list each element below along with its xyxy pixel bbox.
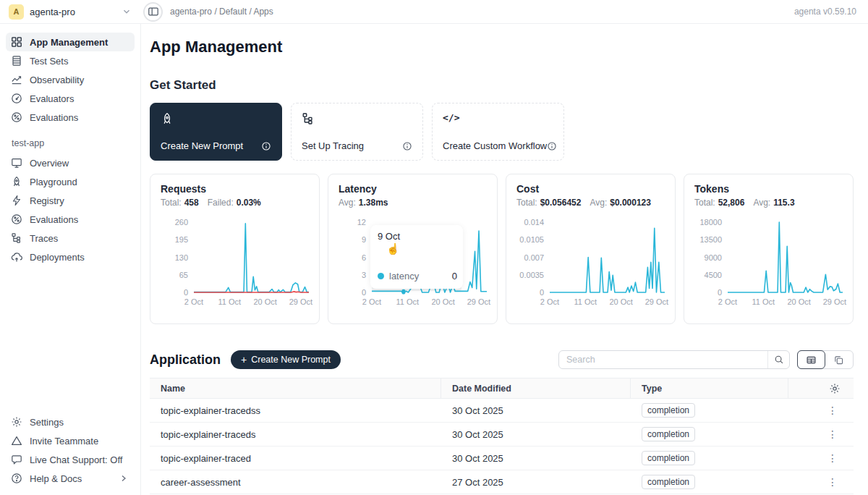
column-header-date-modified[interactable]: Date Modified	[441, 378, 631, 398]
y-axis-ticks: 260195130650	[161, 218, 194, 294]
percent-circle-icon	[11, 213, 22, 225]
search-icon[interactable]	[767, 351, 789, 368]
gauge-icon	[11, 93, 22, 104]
sidebar-item-overview[interactable]: Overview	[6, 153, 135, 172]
lightning-icon	[11, 195, 22, 206]
sidebar-item-observability[interactable]: Observability	[6, 70, 135, 89]
sidebar-item-evaluations[interactable]: Evaluations	[6, 108, 135, 127]
card-view-button[interactable]	[825, 351, 853, 368]
sidebar-item-label: Evaluations	[30, 214, 78, 225]
sidebar-item-settings[interactable]: Settings	[6, 412, 135, 431]
sidebar-item-test-sets[interactable]: Test Sets	[6, 51, 135, 70]
sidebar-item-traces[interactable]: Traces	[6, 229, 135, 248]
sidebar: App Management Test Sets Observability E…	[0, 24, 141, 495]
card-label: Create New Prompt	[161, 140, 243, 151]
sidebar-item-label: Deployments	[30, 252, 85, 263]
main-content: App Management Get Started Create New Pr…	[141, 24, 868, 495]
x-axis-ticks: 2 Oct11 Oct20 Oct29 Oct	[728, 297, 843, 307]
search-input[interactable]	[559, 355, 767, 365]
latency-chart-card: Latency Avg:1.38ms 129630 2 Oct11 Oct20 …	[328, 174, 498, 324]
workspace-avatar: A	[9, 4, 24, 20]
type-badge: completion	[642, 475, 695, 489]
column-settings-button[interactable]	[788, 378, 854, 398]
panel-left-icon	[148, 6, 159, 17]
chart-title: Latency	[339, 183, 487, 195]
rocket-icon	[11, 176, 22, 187]
sidebar-item-label: Traces	[30, 233, 58, 244]
type-badge: completion	[642, 451, 695, 465]
trace-tree-icon	[11, 232, 22, 244]
table-row[interactable]: career-assessment 27 Oct 2025 completion…	[150, 470, 854, 494]
tokens-chart-card: Tokens Total:52,806 Avg:115.3 1800013500…	[684, 174, 854, 324]
application-title: Application	[150, 352, 221, 368]
info-icon[interactable]	[547, 141, 557, 151]
stat-label: Avg:	[590, 198, 607, 208]
stat-value: 115.3	[773, 198, 794, 208]
cost-line-chart	[550, 218, 665, 294]
sidebar-item-invite-teammate[interactable]: Invite Teammate	[6, 431, 135, 450]
sidebar-item-label: App Management	[30, 37, 108, 48]
breadcrumb[interactable]: agenta-pro / Default / Apps	[170, 7, 273, 17]
stat-value: 1.38ms	[359, 198, 388, 208]
percent-circle-icon	[11, 111, 22, 123]
table-row[interactable]: topic-explainer-traceds 30 Oct 2025 comp…	[150, 423, 854, 447]
set-up-tracing-card[interactable]: Set Up Tracing	[291, 103, 423, 161]
view-toggle	[797, 350, 854, 369]
series-dot	[378, 273, 384, 279]
sidebar-item-registry[interactable]: Registry	[6, 191, 135, 210]
sidebar-item-label: Registry	[30, 195, 64, 206]
stat-label: Avg:	[339, 198, 356, 208]
app-name: topic-explainer-tracedss	[150, 405, 441, 416]
create-new-prompt-card[interactable]: Create New Prompt	[150, 103, 282, 161]
workspace-selector[interactable]: A agenta-pro	[0, 4, 141, 20]
column-header-type[interactable]: Type	[631, 378, 788, 398]
row-menu-button[interactable]: ⋮	[788, 476, 854, 488]
stat-label: Total:	[161, 198, 182, 208]
create-custom-workflow-card[interactable]: </> Create Custom Workflow	[432, 103, 564, 161]
requests-chart-card: Requests Total:458 Failed:0.03% 26019513…	[150, 174, 320, 324]
app-name: career-assessment	[150, 477, 441, 488]
sidebar-collapse-button[interactable]	[143, 2, 163, 22]
sidebar-item-deployments[interactable]: Deployments	[6, 248, 135, 266]
sidebar-item-label: Live Chat Support: Off	[30, 454, 122, 465]
info-icon[interactable]	[261, 141, 271, 151]
triangle-icon	[11, 435, 22, 447]
app-date: 30 Oct 2025	[441, 453, 631, 464]
sidebar-item-playground[interactable]: Playground	[6, 172, 135, 191]
row-menu-button[interactable]: ⋮	[788, 452, 854, 464]
type-badge: completion	[642, 427, 695, 441]
chart-title: Requests	[161, 183, 309, 195]
type-badge: completion	[642, 403, 695, 418]
chat-bubble-icon	[11, 454, 22, 465]
sidebar-item-app-management[interactable]: App Management	[6, 33, 135, 51]
sidebar-item-label: Settings	[30, 417, 64, 428]
sidebar-item-help-docs[interactable]: Help & Docs	[6, 469, 135, 488]
mouse-cursor-icon: ☝	[386, 242, 400, 255]
plus-icon: +	[241, 354, 247, 365]
get-started-cards: Create New Prompt Set Up Tracing	[150, 103, 854, 161]
sidebar-item-live-chat[interactable]: Live Chat Support: Off	[6, 450, 135, 469]
sidebar-item-label: Test Sets	[30, 56, 68, 67]
sidebar-section-test-app: test-app	[12, 138, 129, 148]
tooltip-date: 9 Oct	[378, 231, 456, 242]
x-axis-ticks: 2 Oct11 Oct20 Oct29 Oct	[194, 297, 309, 307]
row-menu-button[interactable]: ⋮	[788, 428, 854, 440]
sidebar-item-label: Help & Docs	[30, 473, 82, 484]
create-new-prompt-button[interactable]: + Create New Prompt	[231, 350, 341, 369]
search-box	[558, 350, 790, 369]
sidebar-item-evaluators[interactable]: Evaluators	[6, 89, 135, 108]
column-header-name[interactable]: Name	[150, 378, 441, 398]
y-axis-ticks: 0.0140.01050.0070.00350	[516, 218, 550, 294]
row-menu-button[interactable]: ⋮	[788, 405, 854, 416]
sidebar-item-label: Invite Teammate	[30, 436, 98, 447]
monitor-icon	[11, 157, 22, 169]
table-view-button[interactable]	[797, 350, 825, 369]
y-axis-ticks: 129630	[339, 218, 372, 294]
table-row[interactable]: topic-explainer-tracedss 30 Oct 2025 com…	[150, 399, 854, 423]
tooltip-series: latency	[389, 271, 447, 282]
workspace-name: agenta-pro	[30, 7, 115, 17]
info-icon[interactable]	[402, 141, 412, 151]
sidebar-item-label: Playground	[30, 177, 77, 187]
table-row[interactable]: topic-explainer-traced 30 Oct 2025 compl…	[150, 447, 854, 470]
sidebar-item-app-evaluations[interactable]: Evaluations	[6, 210, 135, 229]
